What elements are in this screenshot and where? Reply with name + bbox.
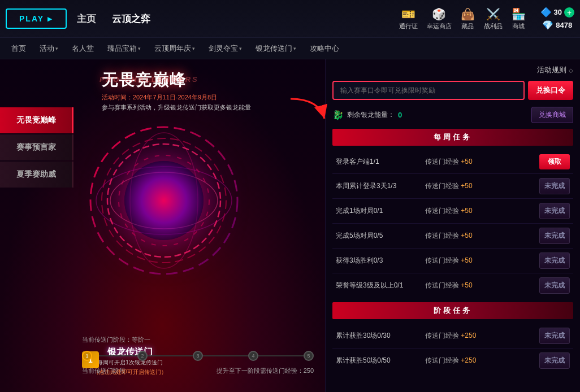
loot-icon: ⚔️ (486, 7, 500, 21)
nav-link-home[interactable]: 主页 (77, 12, 96, 25)
task-row-5: 荣誉等级3级及以上0/1 传送门经验 +50 未完成 (332, 273, 573, 298)
top-navigation: PLAY 主页 云顶之弈 🎫 通行证 🎲 幸运商店 👜 藏品 ⚔️ 战利品 🏪 … (0, 0, 580, 38)
subnav-sword-spirit[interactable]: 剑灵夺宝▾ (209, 43, 242, 54)
energy-value: 0 (398, 111, 402, 119)
nav-icon-collection[interactable]: 👜 藏品 (461, 7, 475, 31)
subnav-anniversary[interactable]: 云顶周年庆▾ (154, 43, 195, 54)
task-btn-0[interactable]: 领取 (539, 154, 570, 169)
exchange-shop-button[interactable]: 兑换商城 (531, 107, 573, 123)
subnav-dragon-gate[interactable]: 银龙传送门▾ (256, 43, 296, 54)
stage-line-2 (148, 355, 193, 356)
stage-line-4 (258, 355, 304, 356)
next-stage-label: 提升至下一阶段需传送门经验：250 (217, 367, 314, 375)
main-content: 无畏竞巅峰 PRO CHALLENGERS 活动时间：2024年7月11日-20… (0, 59, 580, 392)
phase-task-row-1: 累计获胜50场0/50 传送门经验 +250 未完成 (332, 349, 573, 373)
nav-link-tft[interactable]: 云顶之弈 (112, 12, 150, 25)
phase-task-btn-0[interactable]: 未完成 (539, 328, 570, 344)
stage-dot-2: 2 (137, 351, 148, 361)
task-row-2: 完成1场对局0/1 传送门经验 +50 未完成 (332, 199, 573, 224)
right-panel: 活动规则 兑换口令 🐉 剩余银龙能量： 0 兑换商城 每周任务 登录客户端1/1… (325, 59, 580, 392)
nav-store-label: 商城 (512, 22, 525, 31)
task-reward-1: 传送门经验 +50 (425, 181, 535, 191)
portal-core (124, 161, 204, 240)
task-btn-5[interactable]: 未完成 (539, 277, 570, 294)
store-icon: 🏪 (512, 7, 526, 21)
nav-pass-label: 通行证 (399, 22, 418, 31)
left-tab-0[interactable]: 无畏竞巅峰 (0, 107, 73, 133)
stage-progress-bar: 1 2 3 4 5 (82, 351, 314, 361)
weekly-tasks-header: 每周任务 (332, 129, 573, 146)
phase-task-reward-0: 传送门经验 +250 (425, 331, 535, 341)
redeem-button[interactable]: 兑换口令 (528, 81, 573, 100)
phase-tasks-header: 阶段任务 (332, 302, 573, 319)
gems-row: 🔷 30 + (540, 7, 574, 18)
collection-icon: 👜 (461, 7, 475, 21)
add-gems-button[interactable]: + (564, 7, 574, 18)
task-reward-2: 传送门经验 +50 (425, 206, 535, 216)
nav-icons-group: 🎫 通行证 🎲 幸运商店 👜 藏品 ⚔️ 战利品 🏪 商城 🔷 30 + (399, 7, 574, 31)
nav-loot-label: 战利品 (484, 22, 503, 31)
nav-icon-shop[interactable]: 🎲 幸运商店 (427, 7, 452, 31)
rules-button[interactable]: 活动规则 (537, 65, 573, 75)
nav-collection-label: 藏品 (461, 22, 474, 31)
current-stage-label: 当前传送门阶段 (82, 367, 125, 375)
gem-icon: 🔷 (540, 7, 552, 18)
task-name-4: 获得3场胜利0/3 (336, 256, 421, 265)
left-tabs: 无畏竞巅峰 赛事预言家 夏季赛助威 (0, 107, 73, 188)
subnav-strategy[interactable]: 攻略中心 (310, 43, 339, 54)
left-tab-1[interactable]: 赛事预言家 (0, 134, 73, 160)
task-reward-4: 传送门经验 +50 (425, 256, 535, 265)
phase-tasks-list: 累计获胜30场0/30 传送门经验 +250 未完成 累计获胜50场0/50 传… (332, 324, 573, 373)
task-name-2: 完成1场对局0/1 (336, 206, 421, 216)
task-name-0: 登录客户端1/1 (336, 157, 421, 167)
stage-progress-label: 当前传送门阶段：等阶一 (82, 336, 314, 344)
left-tab-2[interactable]: 夏季赛助威 (0, 162, 73, 188)
nav-icon-loot[interactable]: ⚔️ 战利品 (484, 7, 503, 31)
lucky-shop-icon: 🎲 (432, 7, 446, 21)
play-button[interactable]: PLAY (6, 8, 67, 29)
stage-dot-1: 1 (82, 351, 92, 361)
event-description: 参与赛事系列活动，升级银龙传送门获取更多银龙能量 (102, 103, 317, 112)
stage-line-1 (92, 355, 137, 356)
phase-task-row-0: 累计获胜30场0/30 传送门经验 +250 未完成 (332, 324, 573, 349)
coins-row: 💎 8478 (542, 20, 572, 31)
task-btn-2[interactable]: 未完成 (539, 203, 570, 219)
task-reward-5: 传送门经验 +50 (425, 281, 535, 290)
portal-container[interactable] (73, 116, 254, 297)
nav-icon-pass[interactable]: 🎫 通行证 (399, 7, 418, 31)
task-reward-3: 传送门经验 +50 (425, 231, 535, 241)
main-nav-links: 主页 云顶之弈 (77, 12, 150, 25)
gems-value: 30 (554, 8, 562, 16)
task-btn-1[interactable]: 未完成 (539, 178, 570, 194)
stage-dot-5: 5 (304, 351, 314, 361)
phase-task-name-0: 累计获胜30场0/30 (336, 331, 421, 341)
stage-dot-3: 3 (193, 351, 203, 361)
stage-dot-4: 4 (248, 351, 258, 361)
coins-value: 8478 (556, 21, 572, 29)
task-row-3: 完成5场对局0/5 传送门经验 +50 未完成 (332, 224, 573, 249)
subnav-home[interactable]: 首页 (11, 43, 26, 54)
task-btn-3[interactable]: 未完成 (539, 228, 570, 244)
task-name-1: 本周累计登录3天1/3 (336, 181, 421, 191)
pass-icon: 🎫 (401, 7, 415, 21)
energy-icon: 🐉 (332, 110, 344, 120)
task-btn-4[interactable]: 未完成 (539, 252, 570, 269)
subnav-events[interactable]: 活动▾ (40, 43, 58, 54)
rules-row: 活动规则 (332, 65, 573, 75)
event-date: 活动时间：2024年7月11日-2024年9月8日 (102, 93, 217, 102)
subnav-hall-of-fame[interactable]: 名人堂 (72, 43, 94, 54)
phase-task-btn-1[interactable]: 未完成 (539, 352, 570, 369)
redeem-code-input[interactable] (332, 81, 525, 100)
task-row-0: 登录客户端1/1 传送门经验 +50 领取 (332, 150, 573, 174)
stage-line-3 (203, 355, 248, 356)
event-title-overlay: PRO CHALLENGERS (99, 75, 199, 84)
left-panel: 无畏竞巅峰 PRO CHALLENGERS 活动时间：2024年7月11日-20… (0, 59, 325, 392)
nav-icon-store[interactable]: 🏪 商城 (512, 7, 526, 31)
subnav-treasure[interactable]: 臻品宝箱▾ (107, 43, 141, 54)
sub-navigation: 首页 活动▾ 名人堂 臻品宝箱▾ 云顶周年庆▾ 剑灵夺宝▾ 银龙传送门▾ 攻略中… (0, 38, 580, 59)
redeem-row: 兑换口令 (332, 81, 573, 100)
task-row-1: 本周累计登录3天1/3 传送门经验 +50 未完成 (332, 174, 573, 199)
task-name-5: 荣誉等级3级及以上0/1 (336, 281, 421, 290)
weekly-tasks-list: 登录客户端1/1 传送门经验 +50 领取 本周累计登录3天1/3 传送门经验 … (332, 150, 573, 298)
task-row-4: 获得3场胜利0/3 传送门经验 +50 未完成 (332, 249, 573, 273)
